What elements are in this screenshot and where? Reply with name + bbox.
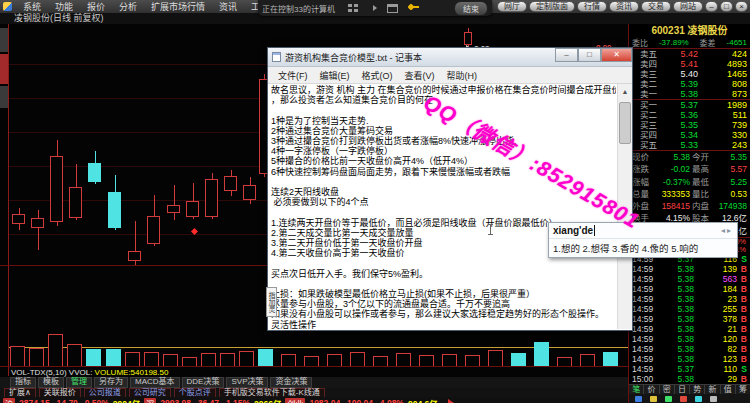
quick-button-网站[interactable]: 网站 xyxy=(673,1,703,12)
tick-side: B xyxy=(737,274,747,284)
left-vertical-tab-2[interactable] xyxy=(0,54,8,84)
ob-label: 买五 xyxy=(640,140,662,150)
toolbar-icon-1[interactable] xyxy=(635,396,642,402)
floating-tool-badge[interactable]: 指加灵 xyxy=(266,287,277,317)
toolbar-icon-4[interactable] xyxy=(680,396,687,402)
tick-side: B xyxy=(737,374,747,384)
toolbar-icon-3[interactable] xyxy=(665,396,672,402)
panel-tab-笔[interactable]: 笔 xyxy=(629,385,644,394)
ob-volume: 243 xyxy=(698,140,747,150)
bottom-tab-另存为[interactable]: 另存为 xyxy=(94,377,128,388)
notepad-menu-文件[interactable]: 文件(F) xyxy=(272,69,314,82)
ob-price: 5.41 xyxy=(662,59,698,69)
candle-body xyxy=(205,179,218,217)
notepad-titlebar[interactable]: 游资机构集合竞价模型.txt - 记事本 – □ ✕ xyxy=(268,48,632,67)
minimize-window-button[interactable]: – xyxy=(705,1,718,12)
bottom-tab-管理[interactable]: 管理 xyxy=(66,377,92,388)
grid-icon[interactable] xyxy=(348,4,359,13)
tick-volume: 82 xyxy=(694,344,737,354)
quick-button-网厅[interactable]: 网厅 xyxy=(497,1,527,12)
toolbar-icon-2[interactable] xyxy=(650,396,657,402)
menu-item-资讯[interactable]: 资讯 xyxy=(212,2,244,12)
bottom-tab-指标[interactable]: 指标 xyxy=(10,377,36,388)
quick-buttons: 网厅定制版面行情资讯交易网站–□× xyxy=(497,1,748,12)
maximize-button[interactable]: □ xyxy=(578,48,601,62)
ime-pager-arrows[interactable]: ◂▸ xyxy=(721,226,733,235)
ask-row: 卖四5.414893 xyxy=(629,59,750,69)
menu-item-功能[interactable]: 功能 xyxy=(48,2,80,12)
volume-bar xyxy=(511,353,526,366)
volume-bar xyxy=(239,351,254,366)
candle-body xyxy=(108,192,121,228)
ob-price: 5.40 xyxy=(662,69,698,79)
quick-button-行情[interactable]: 行情 xyxy=(577,1,607,12)
notepad-menu-编辑[interactable]: 编辑(E) xyxy=(314,69,356,82)
toolbar-icon-6[interactable] xyxy=(710,396,717,402)
bottom-tab-SVP决策[interactable]: SVP决策 xyxy=(226,377,268,388)
close-button[interactable]: ✕ xyxy=(601,48,632,62)
minimize-button[interactable]: – xyxy=(555,48,578,62)
panel-tab-价[interactable]: 价 xyxy=(644,385,659,394)
info-value: 5.38 xyxy=(656,151,690,163)
tick-time: 15:00 xyxy=(632,374,662,384)
info-value: 5.25 xyxy=(718,176,747,188)
toolbar-icon-5[interactable] xyxy=(695,396,702,402)
tick-row: 14:595.38184B xyxy=(629,284,750,294)
scroll-up-icon[interactable]: ▲ xyxy=(618,84,632,99)
restore-window-button[interactable]: □ xyxy=(720,1,733,12)
left-vertical-tab-3[interactable] xyxy=(0,86,8,108)
info-row: 涨幅-0.37%最低5.25 xyxy=(629,176,750,188)
ob-volume: 4893 xyxy=(698,59,747,69)
close-window-button[interactable]: × xyxy=(735,1,748,12)
index-percent: -1.15% xyxy=(223,398,250,403)
window-icon[interactable] xyxy=(387,4,398,13)
quick-button-资讯[interactable]: 资讯 xyxy=(609,1,639,12)
tick-price: 5.38 xyxy=(662,374,694,384)
ob-label: 买四 xyxy=(640,130,662,140)
panel-tab-筹[interactable]: 筹 xyxy=(736,385,750,394)
menu-item-系统[interactable]: 系统 xyxy=(16,2,48,12)
menu-item-分析[interactable]: 分析 xyxy=(112,2,144,12)
panel-tab-密[interactable]: 密 xyxy=(660,385,675,394)
index-value: 2993.98 xyxy=(160,398,191,403)
tick-side: B xyxy=(737,334,747,344)
bottom-tab-MACD基本[interactable]: MACD基本 xyxy=(130,377,180,388)
notepad-menu-查看[interactable]: 查看(V) xyxy=(399,69,441,82)
panel-tab-新[interactable]: 新 xyxy=(705,385,720,394)
bottom-tab-DDE决策[interactable]: DDE决策 xyxy=(182,377,225,388)
info-value: 5.57 xyxy=(718,163,747,175)
ob-volume: 424 xyxy=(698,49,747,59)
panel-tab-值[interactable]: 值 xyxy=(721,385,736,394)
candle-body xyxy=(224,176,237,191)
speaker-icon[interactable] xyxy=(373,5,377,11)
panel-tab-日[interactable]: 日 xyxy=(675,385,690,394)
stock-code: 600231 xyxy=(651,25,684,36)
menu-item-报价[interactable]: 报价 xyxy=(80,2,112,12)
ime-candidates[interactable]: 1.想的 2.想得 3.香的 4.像的 5.响的 xyxy=(549,239,737,257)
scrollbar-thumb[interactable] xyxy=(619,102,631,144)
quick-button-交易[interactable]: 交易 xyxy=(641,1,671,12)
panel-tab-势[interactable]: 势 xyxy=(690,385,705,394)
bottom-tab-模板[interactable]: 模板 xyxy=(38,377,64,388)
volume-bar xyxy=(182,357,197,366)
bottom-tab-资金决策[interactable]: 资金决策 xyxy=(270,377,312,388)
left-vertical-tab-1[interactable] xyxy=(0,28,8,52)
ob-label: 买一 xyxy=(640,100,662,110)
key-icon[interactable] xyxy=(408,4,419,13)
quick-button-定制版面[interactable]: 定制版面 xyxy=(529,1,575,12)
candle xyxy=(12,208,25,230)
bid-row: 买四5.34330 xyxy=(629,130,750,140)
notepad-menu-格式[interactable]: 格式(O) xyxy=(356,69,399,82)
notepad-menu-帮助[interactable]: 帮助(H) xyxy=(441,69,484,82)
candle-body xyxy=(50,156,63,222)
volume-bar xyxy=(488,350,503,366)
tick-time: 14:59 xyxy=(632,294,662,304)
tick-price: 5.38 xyxy=(662,314,694,324)
volume-bar xyxy=(86,349,101,366)
end-remote-button[interactable]: 结束 xyxy=(454,1,488,16)
ob-label: 买三 xyxy=(640,120,662,130)
volume-bar xyxy=(419,355,434,366)
candle xyxy=(31,210,44,250)
candle xyxy=(69,164,82,220)
menu-item-扩展市场行情[interactable]: 扩展市场行情 xyxy=(144,2,212,12)
